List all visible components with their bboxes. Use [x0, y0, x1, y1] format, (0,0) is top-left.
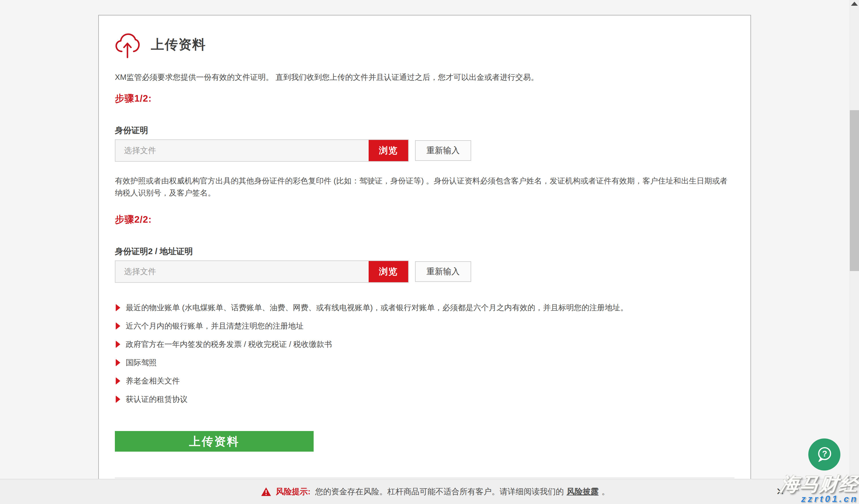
upload-submit-button[interactable]: 上传资料 — [115, 431, 314, 452]
arrow-right-marker-icon — [116, 341, 120, 348]
bullet-text: 养老金相关文件 — [126, 376, 180, 386]
arrow-right-marker-icon — [116, 395, 120, 403]
browse-button-2[interactable]: 浏览 — [368, 261, 408, 282]
step-1-heading: 步骤1/2: — [115, 92, 734, 105]
list-item: 获认证的租赁协议 — [115, 395, 734, 404]
svg-text:?: ? — [822, 449, 827, 458]
chat-help-button[interactable]: ? — [808, 439, 840, 471]
bullet-text: 最近的物业账单 (水电煤账单、话费账单、油费、网费、或有线电视账单)，或者银行对… — [126, 302, 628, 313]
accepted-documents-list: 最近的物业账单 (水电煤账单、话费账单、油费、网费、或有线电视账单)，或者银行对… — [115, 303, 734, 404]
step-2-heading: 步骤2/2: — [115, 213, 734, 226]
risk-warning-bar: 风险提示: 您的资金存在风险。杠杆商品可能不适合所有客户。请详细阅读我们的风险披… — [0, 479, 859, 504]
chat-question-icon: ? — [815, 445, 834, 464]
scrollbar-thumb[interactable] — [850, 110, 859, 271]
risk-disclosure-link[interactable]: 风险披露 — [567, 486, 599, 497]
warning-triangle-icon — [261, 487, 271, 496]
arrow-right-marker-icon — [116, 377, 120, 385]
browse-button-1[interactable]: 浏览 — [368, 140, 408, 161]
arrow-right-marker-icon — [116, 304, 120, 311]
page-title: 上传资料 — [151, 36, 206, 53]
bullet-text: 政府官方在一年内签发的税务发票 / 税收完税证 / 税收缴款书 — [126, 339, 332, 349]
intro-text: XM监管必须要求您提供一份有效的文件证明。 直到我们收到您上传的文件并且认证通过… — [115, 72, 734, 82]
card-header: 上传资料 — [115, 32, 734, 57]
bullet-text: 国际驾照 — [126, 358, 157, 368]
list-item: 最近的物业账单 (水电煤账单、话费账单、油费、网费、或有线电视账单)，或者银行对… — [115, 303, 734, 312]
footer-divider — [115, 478, 734, 478]
bullet-text: 近六个月内的银行账单，并且清楚注明您的注册地址 — [126, 321, 304, 331]
reset-button-2[interactable]: 重新输入 — [415, 261, 471, 282]
address-proof-label: 身份证明2 / 地址证明 — [115, 246, 734, 257]
list-item: 政府官方在一年内签发的税务发票 / 税收完税证 / 税收缴款书 — [115, 340, 734, 349]
scroll-up-arrow-icon[interactable] — [851, 2, 858, 6]
file-picker-2: 浏览 — [115, 261, 409, 283]
arrow-right-marker-icon — [116, 322, 120, 330]
bullet-text: 获认证的租赁协议 — [126, 394, 187, 405]
list-item: 近六个月内的银行账单，并且清楚注明您的注册地址 — [115, 322, 734, 330]
file-picker-1: 浏览 — [115, 139, 409, 162]
file-input-1[interactable] — [116, 140, 368, 161]
list-item: 国际驾照 — [115, 358, 734, 367]
risk-label: 风险提示: — [276, 486, 311, 497]
file-input-2[interactable] — [116, 261, 368, 282]
reset-button-1[interactable]: 重新输入 — [415, 140, 471, 161]
list-item: 养老金相关文件 — [115, 377, 734, 385]
identity-proof-label: 身份证明 — [115, 125, 734, 136]
scrollbar-track[interactable] — [849, 0, 859, 504]
close-icon[interactable]: × — [773, 484, 787, 498]
risk-text-suffix: 。 — [602, 486, 609, 497]
cloud-upload-icon — [115, 31, 140, 58]
risk-text: 您的资金存在风险。杠杆商品可能不适合所有客户。请详细阅读我们的 — [315, 486, 564, 497]
upload-documents-card: 上传资料 XM监管必须要求您提供一份有效的文件证明。 直到我们收到您上传的文件并… — [98, 15, 751, 484]
identity-file-row: 浏览 重新输入 — [115, 139, 734, 162]
address-file-row: 浏览 重新输入 — [115, 261, 734, 283]
arrow-right-marker-icon — [116, 359, 120, 366]
identity-proof-description: 有效护照或者由权威机构官方出具的其他身份证件的彩色复印件 (比如：驾驶证，身份证… — [115, 175, 734, 199]
